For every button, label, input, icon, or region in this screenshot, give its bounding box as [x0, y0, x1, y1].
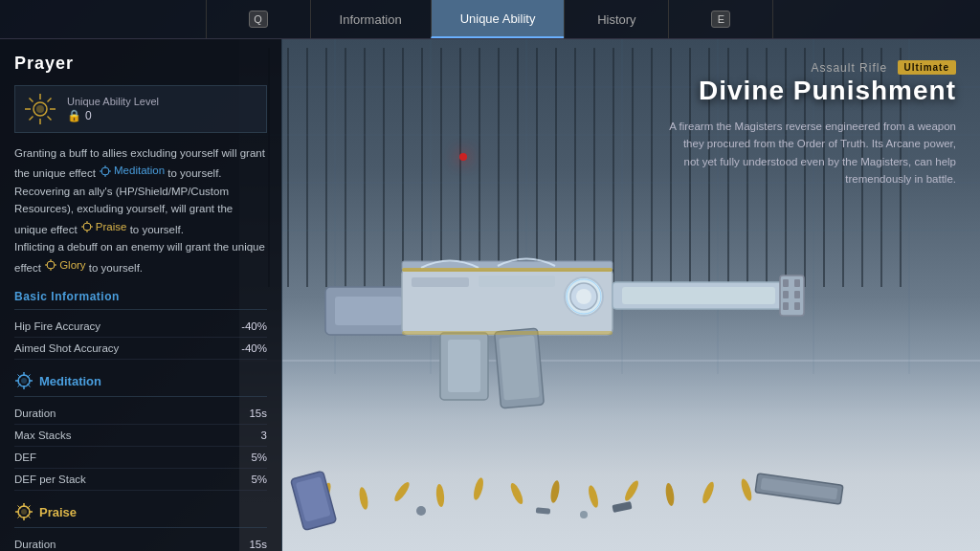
weapon-description: A firearm the Magisters reverse engineer… [669, 118, 956, 188]
svg-rect-26 [794, 279, 800, 287]
svg-rect-14 [412, 277, 469, 287]
svg-rect-34 [402, 268, 612, 272]
svg-rect-15 [479, 276, 555, 287]
svg-point-55 [580, 511, 588, 518]
stat-aimed-shot-value: -40% [241, 342, 267, 354]
svg-point-39 [435, 484, 445, 508]
svg-rect-35 [402, 331, 612, 335]
stat-meditation-defperstack-value: 5% [251, 474, 267, 485]
divider-2 [14, 396, 267, 397]
top-navigation: Q Information Unique Ability History E [0, 0, 980, 39]
panel-title: Prayer [14, 54, 267, 74]
ability-level-label: Unique Ability Level [67, 96, 159, 107]
svg-point-42 [549, 479, 561, 503]
stat-row-meditation-duration: Duration 15s [14, 403, 267, 425]
svg-rect-28 [794, 302, 800, 310]
glory-inline-icon [44, 258, 57, 272]
praise-inline-icon [80, 220, 94, 233]
svg-point-41 [508, 481, 524, 505]
stat-row-aimed-shot: Aimed Shot Accuracy -40% [14, 338, 267, 360]
stat-meditation-maxstacks-value: 3 [261, 430, 267, 441]
svg-rect-25 [783, 302, 789, 310]
svg-rect-24 [783, 291, 789, 298]
svg-rect-27 [794, 291, 800, 298]
tab-history[interactable]: History [564, 0, 669, 38]
ability-level-value: 🔒 0 [67, 109, 159, 122]
ability-level-info: Unique Ability Level 🔒 0 [67, 96, 159, 122]
meditation-title: Meditation [39, 374, 101, 388]
svg-point-71 [83, 223, 91, 231]
svg-point-38 [392, 480, 412, 503]
weapon-type-row: Assault Rifle Ultimate [669, 58, 956, 76]
svg-line-61 [30, 99, 33, 102]
ultimate-badge: Ultimate [898, 60, 956, 75]
svg-rect-30 [448, 340, 480, 392]
svg-point-47 [739, 477, 753, 501]
svg-point-76 [47, 261, 55, 269]
stat-row-meditation-defperstack: DEF per Stack 5% [14, 469, 267, 491]
stat-meditation-def-label: DEF [14, 452, 36, 463]
stat-row-meditation-maxstacks: Max Stacks 3 [14, 425, 267, 447]
svg-line-63 [48, 99, 52, 102]
stat-meditation-duration-label: Duration [14, 408, 56, 419]
weapon-name: Divine Punishment [669, 76, 956, 106]
e-key-label: E [711, 11, 730, 28]
left-panel: Prayer Unique Ability Level 🔒 0 Granting… [0, 39, 282, 551]
tab-unique-ability[interactable]: Unique Ability [431, 0, 566, 38]
svg-rect-21 [622, 287, 775, 304]
svg-point-54 [416, 506, 426, 516]
tab-unique-ability-label: Unique Ability [460, 11, 536, 26]
basic-info-header: Basic Information [14, 290, 267, 303]
svg-point-18 [576, 289, 591, 304]
svg-line-62 [48, 117, 52, 121]
svg-point-66 [101, 167, 109, 175]
ability-level-row: Unique Ability Level 🔒 0 [14, 85, 267, 133]
svg-point-44 [623, 479, 641, 503]
svg-point-43 [587, 484, 600, 508]
praise-link[interactable]: Praise [96, 218, 127, 235]
svg-rect-52 [612, 501, 632, 513]
svg-point-37 [358, 486, 369, 510]
meditation-link-1[interactable]: Meditation [114, 162, 165, 179]
stat-row-meditation-def: DEF 5% [14, 447, 267, 469]
stat-praise-duration-value: 15s [249, 539, 267, 550]
weapon-type-label: Assault Rifle [811, 61, 887, 75]
stat-praise-duration-label: Duration [14, 539, 56, 550]
nav-key-q[interactable]: Q [206, 0, 311, 38]
nav-key-e[interactable]: E [668, 0, 773, 38]
tab-information-label: Information [340, 12, 402, 27]
praise-header: Praise [14, 502, 267, 521]
stat-meditation-duration-value: 15s [249, 408, 267, 419]
svg-point-100 [21, 509, 27, 515]
svg-rect-53 [536, 507, 550, 514]
glory-link[interactable]: Glory [59, 256, 85, 274]
stat-meditation-def-value: 5% [251, 452, 267, 463]
stat-hip-fire-label: Hip Fire Accuracy [14, 320, 100, 332]
svg-point-65 [36, 105, 44, 113]
stat-hip-fire-value: -40% [241, 320, 267, 332]
stat-row-praise-duration: Duration 15s [14, 534, 267, 551]
floor-debris [249, 408, 871, 532]
praise-title: Praise [39, 505, 77, 519]
meditation-header: Meditation [14, 371, 267, 390]
stat-row-hip-fire: Hip Fire Accuracy -40% [14, 316, 267, 338]
q-key-label: Q [249, 11, 268, 28]
stat-aimed-shot-label: Aimed Shot Accuracy [14, 342, 119, 354]
nav-tabs: Q Information Unique Ability History E [207, 0, 774, 38]
svg-rect-32 [499, 335, 540, 400]
svg-point-90 [21, 378, 27, 384]
tab-history-label: History [597, 12, 635, 27]
stat-meditation-maxstacks-label: Max Stacks [14, 430, 71, 441]
svg-point-46 [701, 480, 716, 504]
svg-rect-12 [335, 297, 402, 325]
description-text: Granting a buff to allies excluding your… [14, 144, 267, 276]
divider-3 [14, 527, 267, 528]
svg-point-40 [472, 476, 485, 500]
praise-icon [14, 502, 33, 521]
tab-information[interactable]: Information [310, 0, 432, 38]
meditation-inline-icon [99, 165, 112, 178]
meditation-icon [14, 371, 33, 390]
right-panel: Assault Rifle Ultimate Divine Punishment… [645, 39, 980, 208]
ability-level-number: 0 [85, 109, 92, 122]
stat-meditation-defperstack-label: DEF per Stack [14, 474, 86, 485]
